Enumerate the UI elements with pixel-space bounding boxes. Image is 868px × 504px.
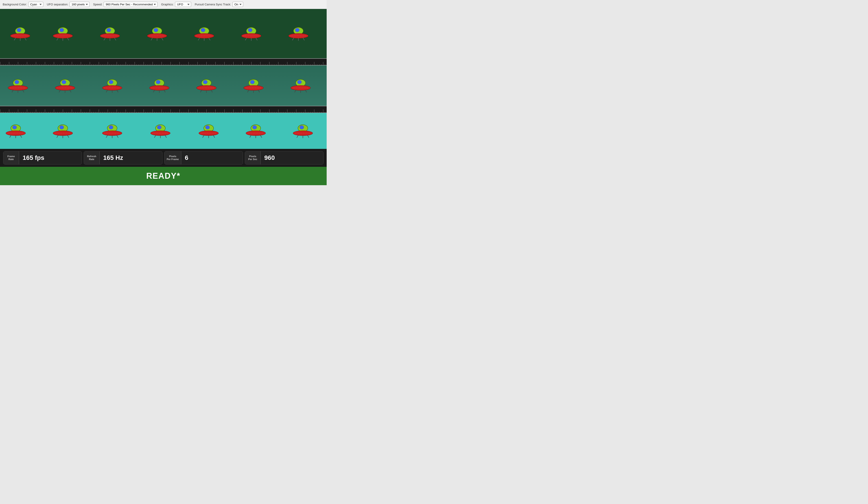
svg-point-142: [300, 126, 304, 129]
band-dark-green: [0, 9, 327, 58]
ufo-band3-2: [49, 122, 76, 140]
pixels-per-sec-label: PixelsPer Sec: [248, 155, 257, 161]
pixels-per-frame-label-section: PixelsPer Frame: [164, 151, 181, 164]
ufo-band2-1: [4, 77, 31, 95]
frame-rate-value-section: 165 fps: [19, 151, 48, 164]
ruler-band-2: [0, 106, 327, 113]
top-controls-bar: Background Color: CyanBlackWhiteGrayGree…: [0, 0, 327, 9]
graphics-label: Graphics:: [161, 3, 174, 6]
pixels-per-frame-label: PixelsPer Frame: [167, 155, 179, 161]
svg-point-107: [60, 126, 64, 129]
background-color-label: Background Color:: [3, 3, 27, 6]
pixels-per-frame-box: PixelsPer Frame 6: [164, 151, 243, 165]
ufo-band2-6: [240, 77, 267, 95]
speed-group: Speed: 480 Pixels Per Sec960 Pixels Per …: [93, 2, 157, 7]
svg-point-79: [203, 80, 207, 84]
svg-point-121: [157, 126, 161, 129]
svg-point-128: [206, 126, 209, 129]
svg-point-135: [252, 126, 257, 129]
frame-rate-label: FrameRate: [7, 155, 15, 161]
svg-point-29: [201, 28, 205, 32]
ufo-band1-3: [96, 25, 123, 43]
svg-point-51: [15, 80, 19, 84]
svg-point-93: [298, 80, 301, 84]
graphics-select[interactable]: UFOBallSquare: [175, 2, 191, 7]
speed-select[interactable]: 480 Pixels Per Sec960 Pixels Per Sec - R…: [104, 2, 157, 7]
svg-point-8: [60, 28, 64, 32]
pixels-per-sec-box: PixelsPer Sec 960: [245, 151, 323, 165]
ufo-band2-2: [52, 77, 79, 95]
pursuit-camera-label: Pursuit Camera Sync Track:: [195, 3, 231, 6]
ufo-band3-3: [99, 122, 126, 140]
pixels-per-frame-value-section: 6: [181, 151, 192, 164]
refresh-rate-label-section: RefreshRate: [84, 151, 100, 164]
ready-bar: READY*: [0, 167, 327, 185]
ufo-separation-label: UFO separation:: [47, 3, 68, 6]
ufo-band2-3: [99, 77, 126, 95]
refresh-rate-value: 165 Hz: [103, 154, 123, 161]
ufo-band1-2: [49, 25, 76, 43]
ufo-band1-6: [238, 25, 265, 43]
refresh-rate-label: RefreshRate: [87, 155, 96, 161]
ufo-band2-5: [193, 77, 220, 95]
svg-point-22: [154, 28, 158, 32]
svg-point-100: [12, 126, 17, 129]
refresh-rate-box: RefreshRate 165 Hz: [84, 151, 163, 165]
ufo-band3-6: [242, 122, 269, 140]
pursuit-camera-group: Pursuit Camera Sync Track: OnOff: [195, 2, 243, 7]
background-color-group: Background Color: CyanBlackWhiteGrayGree…: [3, 2, 43, 7]
svg-point-58: [62, 80, 66, 84]
svg-point-72: [156, 80, 160, 84]
ufo-separation-select[interactable]: 80 pixels120 pixels160 pixels200 pixels2…: [70, 2, 90, 7]
svg-point-36: [248, 28, 252, 32]
pixels-per-frame-value: 6: [185, 154, 188, 161]
graphics-group: Graphics: UFOBallSquare: [161, 2, 191, 7]
pursuit-camera-select[interactable]: OnOff: [232, 2, 243, 7]
background-color-select[interactable]: CyanBlackWhiteGrayGreen: [28, 2, 43, 7]
pixels-per-sec-value: 960: [264, 154, 275, 161]
frame-rate-label-section: FrameRate: [3, 151, 19, 164]
svg-point-86: [250, 80, 255, 84]
ufo-band3-4: [147, 122, 174, 140]
band-cyan: [0, 113, 327, 149]
animation-container: [0, 9, 327, 149]
ufo-band1-4: [144, 25, 170, 43]
pixels-per-sec-value-section: 960: [261, 151, 278, 164]
ufo-band3-5: [195, 122, 222, 140]
svg-point-114: [109, 126, 113, 129]
ufo-band2-7: [287, 77, 314, 95]
ufo-band1-1: [7, 25, 34, 43]
ufo-band1-7: [285, 25, 312, 43]
svg-point-15: [107, 28, 111, 32]
ufo-band1-5: [191, 25, 218, 43]
ready-text: READY*: [146, 171, 180, 180]
frame-rate-value: 165 fps: [23, 154, 44, 161]
svg-point-65: [109, 80, 113, 84]
svg-point-43: [295, 28, 299, 32]
stats-bar: FrameRate 165 fps RefreshRate 165 Hz Pix…: [0, 149, 327, 167]
band-teal: [0, 65, 327, 106]
ruler-band-1: [0, 58, 327, 65]
frame-rate-box: FrameRate 165 fps: [3, 151, 82, 165]
refresh-rate-value-section: 165 Hz: [100, 151, 127, 164]
ufo-band3-1: [2, 122, 29, 140]
pixels-per-sec-label-section: PixelsPer Sec: [245, 151, 261, 164]
ufo-separation-group: UFO separation: 80 pixels120 pixels160 p…: [47, 2, 90, 7]
speed-label: Speed:: [93, 3, 102, 6]
ufo-band3-7: [289, 122, 316, 140]
ufo-band2-4: [146, 77, 173, 95]
svg-point-1: [17, 28, 21, 32]
